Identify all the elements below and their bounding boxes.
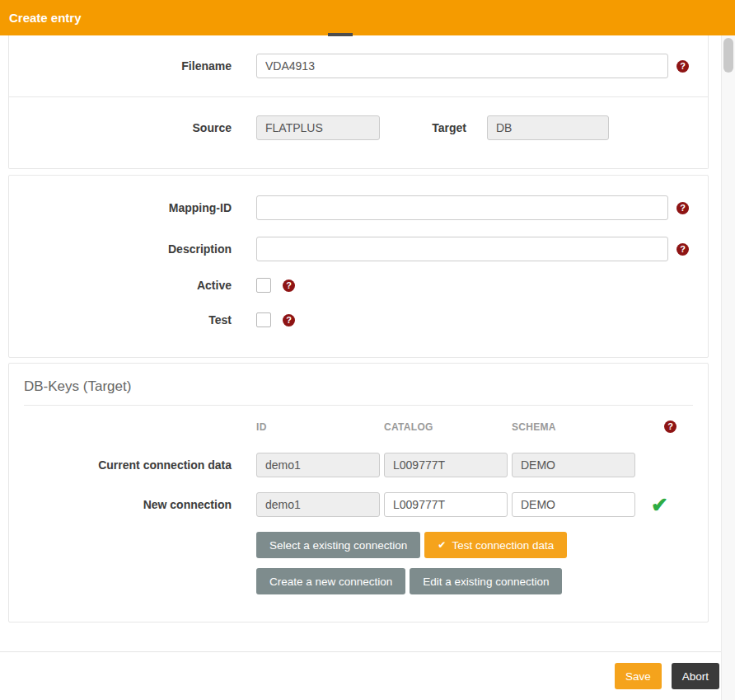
section-divider <box>9 96 708 97</box>
filename-input[interactable] <box>256 54 668 78</box>
filename-label: Filename <box>9 59 232 73</box>
check-icon: ✔ <box>438 539 446 551</box>
dialog-title: Create entry <box>9 11 82 25</box>
description-label: Description <box>9 242 232 256</box>
new-catalog-input[interactable] <box>384 492 508 517</box>
connection-buttons-row-2: Create a new connection Edit a existing … <box>256 568 708 594</box>
test-connection-data-label: Test connection data <box>452 539 554 552</box>
active-tab-indicator <box>328 33 353 36</box>
column-header-schema: SCHEMA <box>512 421 635 433</box>
test-row: Test ? <box>9 312 708 327</box>
current-schema-input <box>512 453 635 477</box>
test-label: Test <box>9 313 232 327</box>
abort-button[interactable]: Abort <box>672 663 719 689</box>
db-keys-title-rule <box>24 405 693 406</box>
db-keys-help-icon[interactable]: ? <box>664 420 676 433</box>
current-connection-label: Current connection data <box>9 458 232 472</box>
db-keys-title: DB-Keys (Target) <box>24 378 693 395</box>
test-connection-data-button[interactable]: ✔ Test connection data <box>424 532 567 558</box>
save-button-label: Save <box>625 670 651 683</box>
new-connection-label: New connection <box>9 498 232 511</box>
current-connection-row: Current connection data <box>9 453 708 477</box>
test-checkbox[interactable] <box>256 312 271 327</box>
column-header-catalog: CATALOG <box>384 421 508 433</box>
new-id-input <box>256 492 380 517</box>
mapping-section: Mapping-ID ? Description ? Active ? Test… <box>8 175 709 358</box>
db-keys-column-headers: ID CATALOG SCHEMA ? <box>256 420 708 433</box>
scrollbar-thumb[interactable] <box>723 38 733 73</box>
connection-valid-check-icon: ✔ <box>651 495 668 515</box>
abort-button-label: Abort <box>682 670 709 683</box>
target-input <box>487 115 609 140</box>
mapping-id-input[interactable] <box>256 195 668 220</box>
db-keys-section: DB-Keys (Target) ID CATALOG SCHEMA ? Cur… <box>8 363 709 622</box>
mapping-id-row: Mapping-ID ? <box>9 195 708 220</box>
active-checkbox[interactable] <box>256 278 271 293</box>
edit-existing-connection-button[interactable]: Edit a existing connection <box>410 568 562 594</box>
target-label: Target <box>388 121 466 134</box>
current-id-input <box>256 453 380 477</box>
mapping-id-label: Mapping-ID <box>9 201 232 214</box>
new-connection-row: New connection ✔ <box>9 492 708 517</box>
vertical-scrollbar[interactable] <box>721 35 735 700</box>
save-button[interactable]: Save <box>615 663 662 689</box>
description-help-icon[interactable]: ? <box>676 243 689 256</box>
source-input <box>256 115 380 140</box>
description-input[interactable] <box>256 237 668 261</box>
active-help-icon[interactable]: ? <box>283 280 295 292</box>
mapping-id-help-icon[interactable]: ? <box>676 202 689 214</box>
active-label: Active <box>9 279 232 292</box>
column-header-id: ID <box>256 421 380 433</box>
edit-existing-connection-label: Edit a existing connection <box>423 576 549 588</box>
select-existing-connection-label: Select a existing connection <box>269 539 407 552</box>
select-existing-connection-button[interactable]: Select a existing connection <box>256 532 420 558</box>
active-row: Active ? <box>9 278 708 293</box>
filename-help-icon[interactable]: ? <box>676 60 689 73</box>
filename-section: Filename ? Source Target <box>8 35 709 169</box>
description-row: Description ? <box>9 237 708 261</box>
source-target-row: Source Target <box>9 115 708 140</box>
dialog-footer: Save Abort <box>0 651 735 700</box>
dialog-header: Create entry <box>0 0 735 35</box>
create-new-connection-label: Create a new connection <box>269 576 392 588</box>
dialog-body: Filename ? Source Target Mapping-ID ? De… <box>0 35 721 651</box>
current-catalog-input <box>384 453 508 477</box>
test-help-icon[interactable]: ? <box>283 314 295 327</box>
filename-row: Filename ? <box>9 54 708 78</box>
connection-buttons-row-1: Select a existing connection ✔ Test conn… <box>256 532 708 558</box>
create-new-connection-button[interactable]: Create a new connection <box>256 568 405 594</box>
source-label: Source <box>9 121 232 134</box>
new-schema-input[interactable] <box>512 492 635 517</box>
